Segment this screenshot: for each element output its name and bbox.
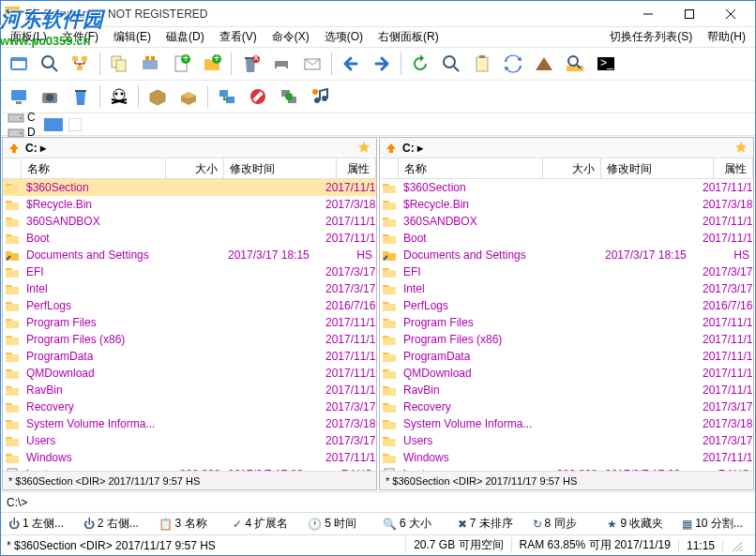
recycle-button[interactable] xyxy=(67,83,95,110)
desktop-drive[interactable] xyxy=(44,118,63,131)
network2-button[interactable] xyxy=(275,83,303,110)
refresh-button[interactable] xyxy=(406,51,434,77)
sync-button[interactable] xyxy=(499,51,527,77)
file-row[interactable]: PerfLogs2016/7/16 19:47 xyxy=(380,297,753,314)
mail-button[interactable] xyxy=(298,51,326,77)
file-row[interactable]: Program Files (x86)2017/11/19 10:09R xyxy=(380,331,753,348)
up-icon[interactable] xyxy=(7,141,22,156)
menu-item[interactable]: 命令(X) xyxy=(265,28,317,45)
fnkey-7[interactable]: ✖7 未排序 xyxy=(454,516,527,532)
settings-button[interactable] xyxy=(136,51,164,77)
tree-button[interactable] xyxy=(67,51,95,77)
file-row[interactable]: Documents and Settings2017/3/17 18:15HS xyxy=(3,247,376,263)
file-row[interactable]: Intel2017/3/17 21:35 xyxy=(380,280,753,297)
camera-button[interactable] xyxy=(36,83,64,110)
file-row[interactable]: 360SANDBOX2017/11/13 16:59RHS xyxy=(380,213,753,230)
file-row[interactable]: Program Files2017/11/17 18:11R xyxy=(380,314,753,331)
fnkey-9[interactable]: ★9 收藏夹 xyxy=(603,516,676,532)
audio-button[interactable] xyxy=(306,83,334,110)
back-button[interactable] xyxy=(337,51,365,77)
file-row[interactable]: Users2017/3/17 18:17R xyxy=(380,432,753,449)
copy-button[interactable] xyxy=(105,51,133,77)
resize-grip[interactable] xyxy=(722,540,749,551)
clipboard-button[interactable] xyxy=(468,51,496,77)
fnkey-8[interactable]: ↻8 同步 xyxy=(529,516,602,532)
file-row[interactable]: Windows2017/11/17 18:12 xyxy=(380,449,753,466)
up-icon[interactable] xyxy=(384,141,399,156)
menu-item[interactable]: 文件(F) xyxy=(54,28,106,45)
file-row[interactable]: QMDownload2017/11/13 11:00 xyxy=(380,365,753,382)
right-column-header[interactable]: 名称 大小 修改时间 属性 xyxy=(380,158,753,179)
file-row[interactable]: RavBin2017/11/13 14:44HS xyxy=(3,382,376,398)
file-row[interactable]: Recovery2017/3/17 18:14HS xyxy=(380,398,753,415)
fnkey-5[interactable]: 🕐5 时间 xyxy=(304,516,377,532)
menu-item[interactable]: 帮助(H) xyxy=(700,28,753,45)
new-window-button[interactable] xyxy=(5,51,33,77)
favorite-icon[interactable] xyxy=(734,141,749,156)
left-pathbar[interactable]: C: ▸ xyxy=(3,138,376,158)
minimize-button[interactable] xyxy=(627,1,669,27)
menu-item[interactable]: 切换任务列表(S) xyxy=(602,28,700,45)
terminal-button[interactable]: >_ xyxy=(592,51,620,77)
zoom-button[interactable] xyxy=(437,51,465,77)
right-file-list[interactable]: $360Section2017/11/17 9:57HS$Recycle.Bin… xyxy=(380,179,753,471)
command-line[interactable]: C:\> xyxy=(1,491,755,512)
menu-item[interactable]: 编辑(E) xyxy=(106,28,159,45)
monitor-button[interactable] xyxy=(5,83,33,110)
file-row[interactable]: RavBin2017/11/13 14:44HS xyxy=(380,382,753,398)
menu-item[interactable]: 查看(V) xyxy=(212,28,265,45)
drive-button[interactable]: C xyxy=(5,110,38,125)
file-row[interactable]: Recovery2017/3/17 18:14HS xyxy=(3,398,376,415)
search-button[interactable] xyxy=(36,51,64,77)
left-column-header[interactable]: 名称 大小 修改时间 属性 xyxy=(3,158,376,179)
new-folder-button[interactable]: + xyxy=(198,51,226,77)
file-row[interactable]: Documents and Settings2017/3/17 18:15HS xyxy=(380,247,753,263)
file-row[interactable]: Program Files2017/11/17 18:11R xyxy=(3,314,376,331)
file-row[interactable]: $Recycle.Bin2017/3/18 17:15HS xyxy=(3,196,376,213)
menu-item[interactable]: 磁盘(D) xyxy=(159,28,212,45)
menu-item[interactable]: 面板(L) xyxy=(3,28,54,45)
fnkey-3[interactable]: 📋3 名称 xyxy=(155,516,228,532)
file-row[interactable]: System Volume Informa...2017/3/18 16:21H… xyxy=(380,415,753,432)
new-file-button[interactable]: + xyxy=(167,51,195,77)
menu-item[interactable]: 右侧面板(R) xyxy=(370,28,446,45)
network1-button[interactable] xyxy=(213,83,241,110)
favorite-icon[interactable] xyxy=(357,141,372,156)
box-open-button[interactable] xyxy=(174,83,203,110)
file-row[interactable]: Boot2017/11/12 8:55HS xyxy=(380,230,753,247)
fnkey-1[interactable]: ⏻1 左侧... xyxy=(5,516,78,532)
file-row[interactable]: ProgramData2017/11/17 18:14H xyxy=(3,348,376,365)
file-row[interactable]: $360Section2017/11/17 9:57HS xyxy=(3,179,376,196)
fnkey-6[interactable]: 🔍6 大小 xyxy=(379,516,452,532)
file-row[interactable]: PerfLogs2016/7/16 19:47 xyxy=(3,297,376,314)
file-row[interactable]: Windows2017/11/17 18:12 xyxy=(3,449,376,466)
file-row[interactable]: Intel2017/3/17 21:35 xyxy=(3,280,376,297)
block-button[interactable] xyxy=(244,83,272,110)
fnkey-10[interactable]: ▦10 分割... xyxy=(678,516,751,532)
file-row[interactable]: Boot2017/11/12 8:55HS xyxy=(3,230,376,247)
fnkey-4[interactable]: ✓4 扩展名 xyxy=(229,516,302,532)
file-row[interactable]: EFI2017/3/17 18:13 xyxy=(380,263,753,280)
right-pathbar[interactable]: C: ▸ xyxy=(380,138,753,158)
file-row[interactable]: ProgramData2017/11/17 18:14H xyxy=(380,348,753,365)
print-button[interactable] xyxy=(267,51,295,77)
find-button[interactable] xyxy=(561,51,589,77)
menu-item[interactable]: 选项(O) xyxy=(317,28,370,45)
file-row[interactable]: System Volume Informa...2017/3/18 16:21H… xyxy=(3,415,376,432)
left-file-list[interactable]: $360Section2017/11/17 9:57HS$Recycle.Bin… xyxy=(3,179,376,471)
file-row[interactable]: 360SANDBOX2017/11/13 16:59RHS xyxy=(3,213,376,230)
maximize-button[interactable] xyxy=(669,1,710,27)
file-row[interactable]: $Recycle.Bin2017/3/18 17:15HS xyxy=(380,196,753,213)
delete-button[interactable]: × xyxy=(236,51,265,77)
file-row[interactable]: QMDownload2017/11/13 11:00 xyxy=(3,365,376,382)
box-button[interactable] xyxy=(144,83,172,110)
forward-button[interactable] xyxy=(368,51,396,77)
close-button[interactable] xyxy=(710,1,751,27)
fnkey-2[interactable]: ⏻2 右侧... xyxy=(80,516,153,532)
file-row[interactable]: Users2017/3/17 18:17R xyxy=(3,432,376,449)
skull-button[interactable] xyxy=(105,83,133,110)
compress-button[interactable] xyxy=(530,51,558,77)
file-row[interactable]: Program Files (x86)2017/11/19 10:09R xyxy=(3,331,376,348)
file-row[interactable]: EFI2017/3/17 18:13 xyxy=(3,263,376,280)
file-row[interactable]: $360Section2017/11/17 9:57HS xyxy=(380,179,753,196)
